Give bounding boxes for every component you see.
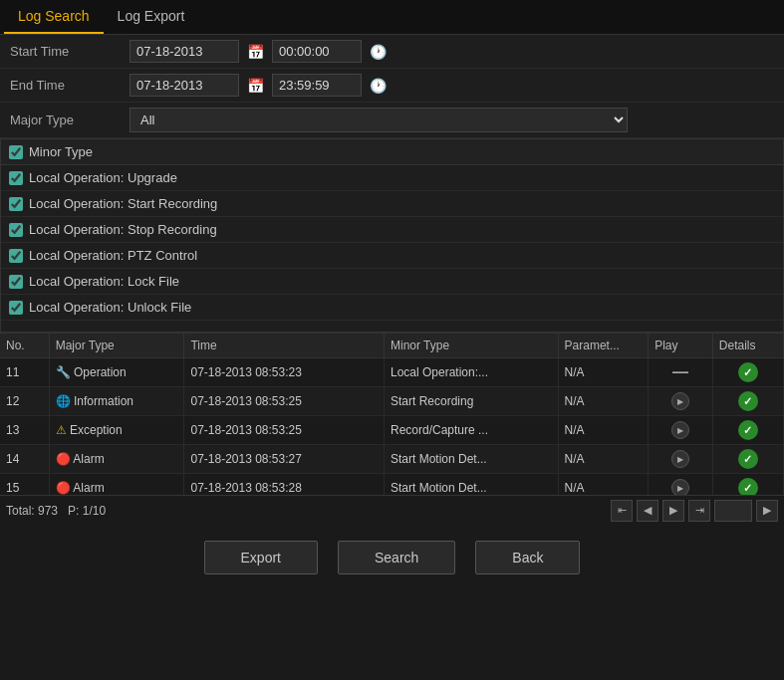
minor-type-checkbox-0[interactable] [9, 171, 23, 185]
page-go-button[interactable]: ▶ [756, 500, 778, 522]
end-time-label: End Time [10, 78, 130, 93]
cell-details-3: ✓ [712, 445, 783, 474]
cell-details-0: ✓ [712, 358, 783, 387]
cell-details-1: ✓ [712, 387, 783, 416]
cell-time-1: 07-18-2013 08:53:25 [184, 387, 385, 416]
minor-type-item-3[interactable]: Local Operation: PTZ Control [1, 243, 783, 269]
end-time-value: 📅 🕐 [130, 74, 774, 97]
minor-type-checkbox-2[interactable] [9, 223, 23, 237]
col-header-play: Play [649, 334, 713, 358]
table-row: 12 🌐 Information 07-18-2013 08:53:25 Sta… [0, 387, 784, 416]
exception-icon: ⚠ [56, 423, 67, 437]
operation-icon: 🔧 [56, 365, 71, 379]
table-row: 11 🔧 Operation 07-18-2013 08:53:23 Local… [0, 358, 784, 387]
minor-type-label-2: Local Operation: Stop Recording [29, 222, 217, 237]
information-icon: 🌐 [56, 394, 71, 408]
cell-time-0: 07-18-2013 08:53:23 [184, 358, 385, 387]
table-row: 15 🔴 Alarm 07-18-2013 08:53:28 Start Mot… [0, 474, 784, 496]
start-time-clock-icon[interactable]: 🕐 [370, 44, 387, 60]
alarm-icon: 🔴 [56, 481, 71, 495]
major-type-value: All Alarm Exception Operation Informatio… [130, 108, 774, 132]
end-date-calendar-icon[interactable]: 📅 [247, 78, 264, 94]
end-time-row: End Time 📅 🕐 [0, 69, 784, 103]
page-number-input[interactable] [714, 500, 752, 522]
major-type-select[interactable]: All Alarm Exception Operation Informatio… [130, 108, 628, 132]
end-time-input[interactable] [272, 74, 362, 97]
details-button-2[interactable]: ✓ [738, 420, 758, 440]
export-button[interactable]: Export [204, 541, 318, 574]
page-last-button[interactable]: ⇥ [688, 500, 710, 522]
page-prev-button[interactable]: ◀ [637, 500, 658, 522]
alarm-icon: 🔴 [56, 452, 71, 466]
page-label: P: 1/10 [68, 504, 106, 518]
back-button[interactable]: Back [475, 541, 580, 574]
cell-minor-3: Start Motion Det... [384, 445, 558, 474]
minor-type-list: Minor Type Local Operation: Upgrade Loca… [1, 139, 783, 332]
major-type-label: Major Type [10, 113, 130, 127]
page-first-button[interactable]: ⇤ [611, 500, 633, 522]
end-date-input[interactable] [130, 74, 239, 97]
minor-type-header[interactable]: Minor Type [1, 139, 783, 165]
cell-time-3: 07-18-2013 08:53:27 [184, 445, 385, 474]
cell-no-4: 15 [0, 474, 49, 496]
cell-param-1: N/A [558, 387, 649, 416]
cell-param-2: N/A [558, 416, 649, 445]
minor-type-label-0: Local Operation: Upgrade [29, 170, 177, 185]
table-row: 14 🔴 Alarm 07-18-2013 08:53:27 Start Mot… [0, 445, 784, 474]
start-time-label: Start Time [10, 44, 130, 59]
minor-type-checkbox-4[interactable] [9, 275, 23, 289]
start-date-input[interactable] [130, 40, 239, 63]
start-date-calendar-icon[interactable]: 📅 [247, 44, 264, 60]
search-button[interactable]: Search [338, 541, 455, 574]
minor-type-item-0[interactable]: Local Operation: Upgrade [1, 165, 783, 191]
minor-type-item-4[interactable]: Local Operation: Lock File [1, 269, 783, 295]
page-next-button[interactable]: ▶ [662, 500, 684, 522]
minor-type-checkbox-1[interactable] [9, 197, 23, 211]
table-wrapper[interactable]: No. Major Type Time Minor Type Paramet..… [0, 334, 784, 495]
total-label: Total: 973 [6, 504, 58, 518]
minor-type-item-5[interactable]: Local Operation: Unlock File [1, 295, 783, 321]
minor-type-all-checkbox[interactable] [9, 145, 23, 159]
minor-type-label-1: Local Operation: Start Recording [29, 196, 217, 211]
tab-log-search[interactable]: Log Search [4, 0, 104, 34]
tab-log-export[interactable]: Log Export [104, 0, 199, 34]
cell-minor-0: Local Operation:... [384, 358, 558, 387]
results-table: No. Major Type Time Minor Type Paramet..… [0, 334, 784, 495]
cell-minor-2: Record/Capture ... [384, 416, 558, 445]
cell-param-4: N/A [558, 474, 649, 496]
major-type-row: Major Type All Alarm Exception Operation… [0, 103, 784, 138]
details-button-3[interactable]: ✓ [738, 449, 758, 469]
page-info: Total: 973 P: 1/10 [6, 504, 607, 518]
details-button-1[interactable]: ✓ [738, 391, 758, 411]
minor-type-checkbox-3[interactable] [9, 249, 23, 263]
details-button-4[interactable]: ✓ [738, 478, 758, 495]
play-button-2[interactable]: ▶ [671, 421, 689, 439]
minor-type-item-2[interactable]: Local Operation: Stop Recording [1, 217, 783, 243]
minor-type-item-1[interactable]: Local Operation: Start Recording [1, 191, 783, 217]
play-button-1[interactable]: ▶ [671, 392, 689, 410]
details-button-0[interactable]: ✓ [738, 362, 758, 382]
col-header-param: Paramet... [558, 334, 649, 358]
cell-no-0: 11 [0, 358, 49, 387]
cell-major-2: ⚠ Exception [49, 416, 184, 445]
end-time-clock-icon[interactable]: 🕐 [370, 78, 387, 94]
minor-type-checkbox-5[interactable] [9, 301, 23, 315]
pagination-bar: Total: 973 P: 1/10 ⇤ ◀ ▶ ⇥ ▶ [0, 495, 784, 525]
start-time-input[interactable] [272, 40, 362, 63]
cell-time-4: 07-18-2013 08:53:28 [184, 474, 385, 496]
play-button-4[interactable]: ▶ [671, 479, 689, 495]
cell-play-3: ▶ [649, 445, 713, 474]
play-button-3[interactable]: ▶ [671, 450, 689, 468]
cell-major-3: 🔴 Alarm [49, 445, 184, 474]
table-body: 11 🔧 Operation 07-18-2013 08:53:23 Local… [0, 358, 784, 496]
cell-param-3: N/A [558, 445, 649, 474]
minor-type-label-5: Local Operation: Unlock File [29, 300, 191, 315]
table-row: 13 ⚠ Exception 07-18-2013 08:53:25 Recor… [0, 416, 784, 445]
cell-param-0: N/A [558, 358, 649, 387]
cell-minor-1: Start Recording [384, 387, 558, 416]
col-header-details: Details [712, 334, 783, 358]
bottom-bar: Export Search Back [0, 525, 784, 590]
cell-major-4: 🔴 Alarm [49, 474, 184, 496]
cell-time-2: 07-18-2013 08:53:25 [184, 416, 385, 445]
cell-no-2: 13 [0, 416, 49, 445]
